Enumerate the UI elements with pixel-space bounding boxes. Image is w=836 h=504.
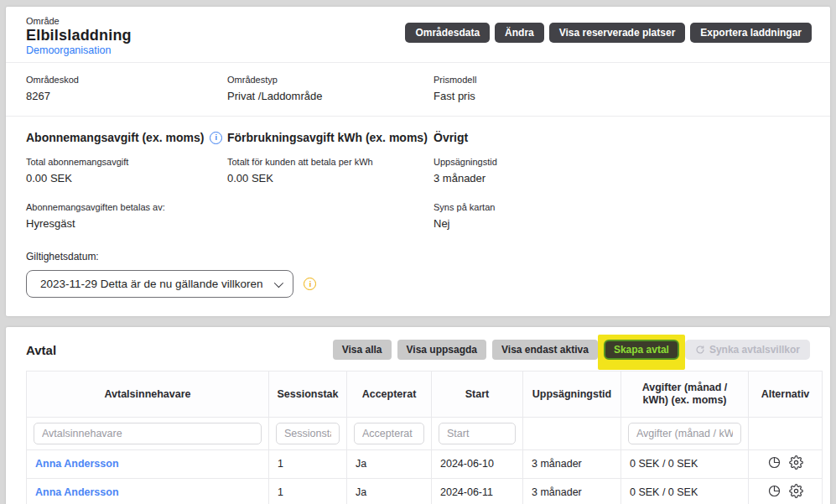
area-info-row: Områdeskod 8267 Områdestyp Privat /Laddo… bbox=[6, 63, 830, 117]
field-value: Fast pris bbox=[434, 89, 810, 103]
sync-button-label: Synka avtalsvillkor bbox=[709, 344, 800, 356]
area-header: Område Elbilsladdning Demoorganisation O… bbox=[6, 7, 830, 63]
field-value: 0.00 SEK bbox=[227, 171, 434, 185]
visa-alla-button[interactable]: Visa alla bbox=[333, 340, 392, 360]
field-value: 8267 bbox=[26, 89, 227, 103]
filter-input-accepterat[interactable] bbox=[354, 423, 424, 444]
field-omradestyp: Områdestyp Privat /Laddområde bbox=[227, 74, 434, 103]
cell-uppsagningstid: 3 månader bbox=[523, 450, 621, 479]
field-value: Privat /Laddområde bbox=[227, 89, 434, 103]
column-header-avtalsinnehavare[interactable]: Avtalsinnehavare bbox=[27, 372, 269, 418]
cell-sessionstak: 1 bbox=[269, 479, 347, 504]
andra-button[interactable]: Ändra bbox=[495, 23, 544, 43]
cell-alternativ bbox=[749, 450, 823, 479]
column-header-sessionstak[interactable]: Sessionstak bbox=[269, 372, 347, 418]
filter-input-avtalsinnehavare[interactable] bbox=[34, 423, 262, 444]
avtal-table-wrap: Avtalsinnehavare Sessionstak Accepterat … bbox=[26, 371, 810, 504]
filter-empty-alternativ bbox=[749, 418, 823, 450]
table-filter-row bbox=[27, 418, 823, 450]
section-ovrigt: Övrigt Uppsägningstid 3 månader Syns på … bbox=[434, 130, 810, 231]
gear-icon[interactable] bbox=[789, 484, 803, 498]
chevron-down-icon bbox=[274, 278, 283, 287]
cell-avgifter: 0 SEK / 0 SEK bbox=[621, 479, 749, 504]
filter-input-sessionstak[interactable] bbox=[276, 423, 340, 444]
field-label: Prismodell bbox=[434, 74, 810, 86]
section-abonnemangsavgift: Abonnemangsavgift (ex. moms) i Total abo… bbox=[26, 130, 227, 231]
cell-avgifter: 0 SEK / 0 SEK bbox=[621, 450, 749, 479]
avtal-header: Avtal Visa alla Visa uppsagda Visa endas… bbox=[6, 327, 830, 369]
page: Område Elbilsladdning Demoorganisation O… bbox=[0, 0, 836, 504]
skapa-avtal-button[interactable]: Skapa avtal bbox=[604, 340, 679, 360]
column-header-accepterat[interactable]: Accepterat bbox=[347, 372, 432, 418]
area-kicker: Område bbox=[26, 16, 132, 27]
synka-avtalsvillkor-button[interactable]: Synka avtalsvillkor bbox=[685, 340, 810, 360]
cell-accepterat: Ja bbox=[347, 450, 432, 479]
sync-icon bbox=[695, 345, 705, 355]
organisation-link[interactable]: Demoorganisation bbox=[26, 44, 132, 57]
highlight-annotation: Skapa avtal bbox=[598, 335, 685, 370]
visa-endast-aktiva-button[interactable]: Visa endast aktiva bbox=[492, 340, 598, 360]
info-icon[interactable]: i bbox=[210, 132, 222, 144]
field-syns-pa-kartan: Syns på kartan Nej bbox=[434, 201, 810, 231]
fee-sections: Abonnemangsavgift (ex. moms) i Total abo… bbox=[6, 117, 830, 231]
header-actions: Områdesdata Ändra Visa reserverade plats… bbox=[405, 16, 812, 43]
table-row: Anna Andersson 1 Ja 2024-06-11 3 månader… bbox=[27, 479, 823, 504]
validity-label: Giltighetsdatum: bbox=[26, 251, 810, 262]
cell-uppsagningstid: 3 månader bbox=[523, 479, 621, 504]
visa-reserverade-platser-button[interactable]: Visa reserverade platser bbox=[549, 23, 686, 43]
area-card: Område Elbilsladdning Demoorganisation O… bbox=[6, 7, 830, 316]
field-label: Syns på kartan bbox=[434, 201, 810, 213]
column-header-uppsagningstid[interactable]: Uppsägningstid bbox=[523, 372, 621, 418]
cell-alternativ bbox=[749, 479, 823, 504]
avtal-title: Avtal bbox=[26, 343, 56, 357]
field-value: 3 månader bbox=[434, 171, 810, 185]
filter-input-start[interactable] bbox=[439, 423, 516, 444]
field-omradeskod: Områdeskod 8267 bbox=[26, 74, 227, 103]
section-title: Abonnemangsavgift (ex. moms) bbox=[26, 130, 204, 145]
cell-accepterat: Ja bbox=[347, 479, 432, 504]
avtal-actions: Visa alla Visa uppsagda Visa endast akti… bbox=[333, 340, 810, 360]
title-block: Område Elbilsladdning Demoorganisation bbox=[26, 16, 132, 57]
field-label: Områdestyp bbox=[227, 74, 434, 86]
field-label: Områdeskod bbox=[26, 74, 227, 86]
contract-holder-link[interactable]: Anna Andersson bbox=[35, 458, 119, 470]
field-prismodell: Prismodell Fast pris bbox=[434, 74, 810, 103]
warning-icon[interactable]: i bbox=[304, 278, 316, 290]
gear-icon[interactable] bbox=[789, 455, 803, 470]
section-forbrukningsavgift: Förbrukningsavgift kWh (ex. moms) Totalt… bbox=[227, 130, 434, 231]
cell-start: 2024-06-10 bbox=[432, 450, 523, 479]
field-label: Abonnemangsavgiften betalas av: bbox=[26, 201, 227, 213]
table-header-row: Avtalsinnehavare Sessionstak Accepterat … bbox=[27, 372, 823, 418]
validity-selected-value: 2023-11-29 Detta är de nu gällande villk… bbox=[40, 278, 262, 290]
field-label: Totalt för kunden att betala per kWh bbox=[227, 156, 434, 168]
field-total-abonnemangsavgift: Total abonnemangsavgift 0.00 SEK bbox=[26, 156, 227, 185]
visa-uppsagda-button[interactable]: Visa uppsagda bbox=[397, 340, 486, 360]
pie-chart-icon[interactable] bbox=[767, 484, 781, 498]
table-row: Anna Andersson 1 Ja 2024-06-10 3 månader… bbox=[27, 450, 823, 479]
cell-start: 2024-06-11 bbox=[432, 479, 523, 504]
pie-chart-icon[interactable] bbox=[767, 455, 781, 470]
omradesdata-button[interactable]: Områdesdata bbox=[405, 23, 490, 43]
column-header-alternativ[interactable]: Alternativ bbox=[749, 372, 823, 418]
field-value: Hyresgäst bbox=[26, 216, 227, 231]
contract-holder-link[interactable]: Anna Andersson bbox=[35, 486, 119, 498]
field-label: Uppsägningstid bbox=[434, 156, 810, 168]
filter-input-avgifter[interactable] bbox=[628, 423, 741, 444]
section-title: Övrigt bbox=[434, 130, 468, 145]
exportera-laddningar-button[interactable]: Exportera laddningar bbox=[690, 23, 812, 43]
field-value: Nej bbox=[434, 216, 810, 231]
validity-select[interactable]: 2023-11-29 Detta är de nu gällande villk… bbox=[26, 270, 293, 298]
field-label: Total abonnemangsavgift bbox=[26, 156, 227, 168]
field-betala-per-kwh: Totalt för kunden att betala per kWh 0.0… bbox=[227, 156, 434, 185]
avtal-table: Avtalsinnehavare Sessionstak Accepterat … bbox=[26, 371, 823, 504]
field-betalas-av: Abonnemangsavgiften betalas av: Hyresgäs… bbox=[26, 201, 227, 231]
avtal-card: Avtal Visa alla Visa uppsagda Visa endas… bbox=[6, 327, 830, 504]
section-title: Förbrukningsavgift kWh (ex. moms) bbox=[227, 130, 428, 145]
validity-section: Giltighetsdatum: 2023-11-29 Detta är de … bbox=[6, 231, 830, 316]
column-header-start[interactable]: Start bbox=[432, 372, 523, 418]
column-header-avgifter[interactable]: Avgifter (månad / kWh) (ex. moms) bbox=[621, 372, 749, 418]
filter-empty-uppsagningstid bbox=[523, 418, 621, 450]
page-title: Elbilsladdning bbox=[26, 27, 132, 44]
field-value: 0.00 SEK bbox=[26, 171, 227, 185]
field-uppsagningstid: Uppsägningstid 3 månader bbox=[434, 156, 810, 185]
